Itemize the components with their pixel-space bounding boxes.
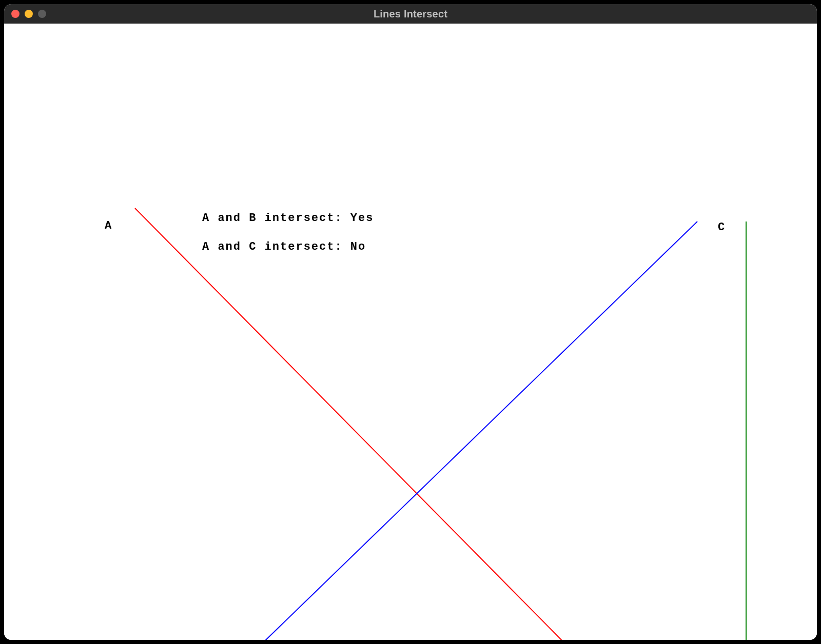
window-controls (11, 10, 46, 18)
status-ac: A and C intersect: No (202, 240, 366, 253)
label-c: C (718, 221, 726, 234)
label-a: A (105, 219, 112, 232)
window-title: Lines Intersect (4, 8, 817, 20)
canvas-area: A B C A and B intersect: Yes A and C int… (4, 24, 817, 640)
line-b (143, 222, 697, 640)
zoom-icon (38, 10, 46, 18)
titlebar: Lines Intersect (4, 4, 817, 24)
status-ab: A and B intersect: Yes (202, 212, 374, 225)
app-window: Lines Intersect A B C A and B intersect:… (4, 4, 817, 640)
close-icon[interactable] (11, 10, 19, 18)
lines-svg (4, 24, 817, 640)
line-a (135, 208, 679, 640)
minimize-icon[interactable] (25, 10, 33, 18)
